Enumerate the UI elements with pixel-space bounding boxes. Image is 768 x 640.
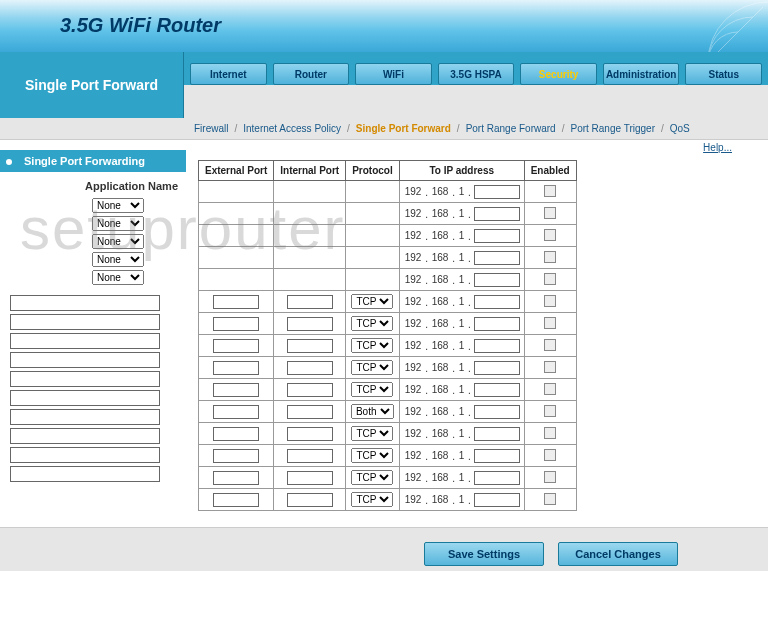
save-button[interactable]: Save Settings	[424, 542, 544, 566]
enabled-checkbox-12[interactable]	[544, 449, 556, 461]
enabled-checkbox-7[interactable]	[544, 339, 556, 351]
protocol-select-7[interactable]: TCP	[351, 338, 393, 353]
ip-last-octet-13[interactable]	[474, 471, 520, 485]
app-input-4[interactable]	[10, 371, 160, 387]
enabled-checkbox-11[interactable]	[544, 427, 556, 439]
app-input-3[interactable]	[10, 352, 160, 368]
app-input-8[interactable]	[10, 447, 160, 463]
app-input-9[interactable]	[10, 466, 160, 482]
protocol-select-8[interactable]: TCP	[351, 360, 393, 375]
col-internal-port: Internal Port	[274, 161, 346, 181]
int-port-11[interactable]	[287, 427, 333, 441]
protocol-select-6[interactable]: TCP	[351, 316, 393, 331]
subnav-port-range-trigger[interactable]: Port Range Trigger	[566, 123, 659, 134]
app-input-6[interactable]	[10, 409, 160, 425]
protocol-select-11[interactable]: TCP	[351, 426, 393, 441]
enabled-checkbox-6[interactable]	[544, 317, 556, 329]
ip-last-octet-9[interactable]	[474, 383, 520, 397]
enabled-checkbox-0[interactable]	[544, 185, 556, 197]
tab-wifi[interactable]: WiFi	[355, 63, 432, 85]
protocol-select-10[interactable]: Both	[351, 404, 394, 419]
ip-last-octet-3[interactable]	[474, 251, 520, 265]
ip-last-octet-11[interactable]	[474, 427, 520, 441]
app-select-4[interactable]: None	[92, 270, 144, 285]
ext-port-6[interactable]	[213, 317, 259, 331]
enabled-checkbox-1[interactable]	[544, 207, 556, 219]
ip-last-octet-12[interactable]	[474, 449, 520, 463]
enabled-checkbox-8[interactable]	[544, 361, 556, 373]
enabled-checkbox-13[interactable]	[544, 471, 556, 483]
tab-status[interactable]: Status	[685, 63, 762, 85]
table-row: 192 . 168 . 1 .	[199, 203, 577, 225]
ext-port-10[interactable]	[213, 405, 259, 419]
subnav-port-range-forward[interactable]: Port Range Forward	[462, 123, 560, 134]
app-input-7[interactable]	[10, 428, 160, 444]
enabled-checkbox-10[interactable]	[544, 405, 556, 417]
tab-internet[interactable]: Internet	[190, 63, 267, 85]
sidebar-header: Single Port Forwarding	[0, 150, 186, 172]
ext-port-9[interactable]	[213, 383, 259, 397]
enabled-checkbox-3[interactable]	[544, 251, 556, 263]
ext-port-13[interactable]	[213, 471, 259, 485]
enabled-checkbox-4[interactable]	[544, 273, 556, 285]
int-port-10[interactable]	[287, 405, 333, 419]
protocol-select-14[interactable]: TCP	[351, 492, 393, 507]
app-input-0[interactable]	[10, 295, 160, 311]
int-port-13[interactable]	[287, 471, 333, 485]
page-title: Single Port Forward	[0, 52, 184, 118]
protocol-select-12[interactable]: TCP	[351, 448, 393, 463]
int-port-8[interactable]	[287, 361, 333, 375]
app-select-2[interactable]: None	[92, 234, 144, 249]
ext-port-7[interactable]	[213, 339, 259, 353]
protocol-select-9[interactable]: TCP	[351, 382, 393, 397]
protocol-select-13[interactable]: TCP	[351, 470, 393, 485]
enabled-checkbox-14[interactable]	[544, 493, 556, 505]
ext-port-11[interactable]	[213, 427, 259, 441]
tab-administration[interactable]: Administration	[603, 63, 680, 85]
app-select-0[interactable]: None	[92, 198, 144, 213]
ext-port-14[interactable]	[213, 493, 259, 507]
ext-port-12[interactable]	[213, 449, 259, 463]
ext-port-8[interactable]	[213, 361, 259, 375]
app-input-2[interactable]	[10, 333, 160, 349]
subnav-firewall[interactable]: Firewall	[190, 123, 232, 134]
subnav-single-port-forward[interactable]: Single Port Forward	[352, 123, 455, 134]
tab-router[interactable]: Router	[273, 63, 350, 85]
app-input-1[interactable]	[10, 314, 160, 330]
ext-port-5[interactable]	[213, 295, 259, 309]
protocol-select-5[interactable]: TCP	[351, 294, 393, 309]
enabled-checkbox-5[interactable]	[544, 295, 556, 307]
ip-last-octet-0[interactable]	[474, 185, 520, 199]
subnav-qos[interactable]: QoS	[666, 123, 694, 134]
ip-last-octet-14[interactable]	[474, 493, 520, 507]
ip-last-octet-2[interactable]	[474, 229, 520, 243]
ip-last-octet-4[interactable]	[474, 273, 520, 287]
ip-last-octet-6[interactable]	[474, 317, 520, 331]
enabled-checkbox-2[interactable]	[544, 229, 556, 241]
cancel-button[interactable]: Cancel Changes	[558, 542, 678, 566]
app-select-3[interactable]: None	[92, 252, 144, 267]
ip-last-octet-1[interactable]	[474, 207, 520, 221]
col-protocol: Protocol	[346, 161, 400, 181]
ip-last-octet-10[interactable]	[474, 405, 520, 419]
ip-last-octet-7[interactable]	[474, 339, 520, 353]
tab-3.5g-hspa[interactable]: 3.5G HSPA	[438, 63, 515, 85]
int-port-12[interactable]	[287, 449, 333, 463]
table-row: TCP192 . 168 . 1 .	[199, 445, 577, 467]
ip-last-octet-8[interactable]	[474, 361, 520, 375]
tab-security[interactable]: Security	[520, 63, 597, 85]
table-row: TCP192 . 168 . 1 .	[199, 313, 577, 335]
ip-last-octet-5[interactable]	[474, 295, 520, 309]
subnav-internet-access-policy[interactable]: Internet Access Policy	[239, 123, 345, 134]
int-port-6[interactable]	[287, 317, 333, 331]
enabled-checkbox-9[interactable]	[544, 383, 556, 395]
int-port-7[interactable]	[287, 339, 333, 353]
button-row: Save Settings Cancel Changes	[0, 527, 768, 571]
int-port-14[interactable]	[287, 493, 333, 507]
int-port-9[interactable]	[287, 383, 333, 397]
app-select-1[interactable]: None	[92, 216, 144, 231]
app-input-5[interactable]	[10, 390, 160, 406]
help-link[interactable]: Help...	[703, 142, 732, 153]
svg-line-0	[708, 7, 763, 52]
int-port-5[interactable]	[287, 295, 333, 309]
